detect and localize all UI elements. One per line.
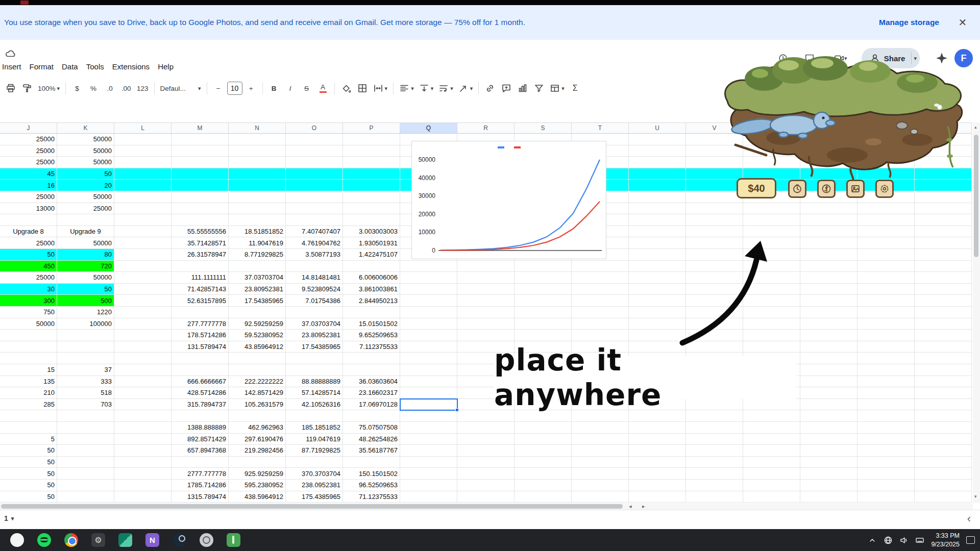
cell-O8[interactable]	[286, 214, 343, 226]
cell-Q29[interactable]	[400, 457, 457, 468]
cell-O26[interactable]: 185.1851852	[286, 422, 343, 434]
cell-Y23[interactable]	[857, 387, 915, 399]
cell-X10[interactable]	[800, 237, 857, 249]
cell-K11[interactable]: 80	[57, 249, 114, 261]
game-timer-button[interactable]	[788, 180, 806, 198]
cell-Z7[interactable]	[915, 203, 972, 215]
vertical-scrollbar[interactable]: ▴ ▾	[973, 122, 980, 503]
cell-U3[interactable]	[629, 157, 686, 168]
cell-L27[interactable]	[114, 434, 172, 445]
cell-Z23[interactable]	[915, 387, 972, 399]
cell-Y4[interactable]	[857, 168, 915, 180]
cell-V30[interactable]	[686, 468, 743, 480]
cell-J9[interactable]: Upgrade 8	[0, 226, 57, 238]
cell-M30[interactable]: 2777.777778	[172, 468, 229, 480]
cell-R17[interactable]	[457, 318, 514, 330]
cell-U27[interactable]	[629, 434, 686, 445]
cell-O29[interactable]	[286, 457, 343, 468]
tray-chevron-up-icon[interactable]	[868, 536, 877, 545]
cell-Q23[interactable]	[400, 387, 457, 399]
cell-J19[interactable]	[0, 341, 57, 353]
tabbar-collapse-chevron-icon[interactable]: ‹	[967, 512, 971, 525]
steam-taskbar-icon[interactable]	[173, 533, 186, 547]
cell-L5[interactable]	[114, 180, 172, 191]
cell-K2[interactable]: 50000	[57, 145, 114, 157]
cell-Y17[interactable]	[857, 318, 915, 330]
cell-Y13[interactable]	[857, 272, 915, 284]
column-header-J[interactable]: J	[0, 122, 57, 134]
cell-U26[interactable]	[629, 422, 686, 434]
cell-V3[interactable]	[686, 157, 743, 168]
cell-N7[interactable]	[229, 203, 286, 215]
cell-Q21[interactable]	[400, 364, 457, 376]
cell-N29[interactable]	[229, 457, 286, 468]
cell-R26[interactable]	[457, 422, 514, 434]
text-color-button[interactable]: A	[315, 80, 331, 97]
cell-Y21[interactable]	[857, 364, 915, 376]
cell-K26[interactable]	[57, 422, 114, 434]
cell-L12[interactable]	[114, 261, 172, 272]
cell-Y24[interactable]	[857, 399, 915, 411]
cell-K12[interactable]: 720	[57, 261, 114, 272]
cell-Z3[interactable]	[915, 157, 972, 168]
cell-M17[interactable]: 277.7777778	[172, 318, 229, 330]
cell-X12[interactable]	[800, 261, 857, 272]
cell-P23[interactable]: 23.16602317	[343, 387, 400, 399]
cell-Y11[interactable]	[857, 249, 915, 261]
cell-J16[interactable]: 750	[0, 307, 57, 318]
cell-Y28[interactable]	[857, 445, 915, 457]
font-select[interactable]: Defaul... ▾	[158, 80, 203, 97]
cell-N11[interactable]: 8.771929825	[229, 249, 286, 261]
cell-N8[interactable]	[229, 214, 286, 226]
cell-O21[interactable]	[286, 364, 343, 376]
cell-M11[interactable]: 26.31578947	[172, 249, 229, 261]
vertical-align-button[interactable]: ▾	[417, 80, 436, 97]
meet-button[interactable]: ▾	[826, 48, 855, 68]
cell-X24[interactable]	[800, 399, 857, 411]
cell-Q15[interactable]	[400, 295, 457, 307]
chrome-taskbar-icon[interactable]	[64, 533, 78, 547]
cell-O7[interactable]	[286, 203, 343, 215]
cell-Z16[interactable]	[915, 307, 972, 318]
cell-Q26[interactable]	[400, 422, 457, 434]
cell-P21[interactable]	[343, 364, 400, 376]
decrease-decimal-button[interactable]: .0	[102, 80, 117, 97]
cell-M32[interactable]: 1315.789474	[172, 491, 229, 503]
menu-help[interactable]: Help	[154, 60, 178, 73]
cell-X26[interactable]	[800, 422, 857, 434]
menu-data[interactable]: Data	[58, 60, 82, 73]
cell-Q25[interactable]	[400, 410, 457, 422]
cell-K20[interactable]	[57, 353, 114, 364]
cell-M13[interactable]: 111.1111111	[172, 272, 229, 284]
cell-Z5[interactable]	[915, 180, 972, 191]
cell-V32[interactable]	[686, 491, 743, 503]
cell-J24[interactable]: 285	[0, 399, 57, 411]
cell-K16[interactable]: 1220	[57, 307, 114, 318]
merge-cells-button[interactable]: ▾	[371, 80, 390, 97]
banner-close-icon[interactable]: ✕	[955, 15, 970, 30]
cell-M29[interactable]	[172, 457, 229, 468]
cell-M18[interactable]: 178.5714286	[172, 330, 229, 341]
share-button[interactable]: Share ▾	[862, 48, 920, 68]
cell-J14[interactable]: 30	[0, 284, 57, 295]
cell-S26[interactable]	[514, 422, 572, 434]
share-dropdown-icon[interactable]: ▾	[914, 55, 917, 62]
cell-M4[interactable]	[172, 168, 229, 180]
cell-J11[interactable]: 50	[0, 249, 57, 261]
cell-P12[interactable]	[343, 261, 400, 272]
cell-Y29[interactable]	[857, 457, 915, 468]
settings-taskbar-icon[interactable]: ⚙	[91, 533, 105, 547]
column-header-K[interactable]: K	[57, 122, 114, 134]
cell-M7[interactable]	[172, 203, 229, 215]
print-button[interactable]	[3, 80, 18, 97]
cell-Z22[interactable]	[915, 376, 972, 388]
cell-W8[interactable]	[743, 214, 800, 226]
cell-R32[interactable]	[457, 491, 514, 503]
cell-O27[interactable]: 119.047619	[286, 434, 343, 445]
game-settings-button[interactable]	[875, 180, 894, 198]
cell-X21[interactable]	[800, 364, 857, 376]
cell-P28[interactable]: 35.56187767	[343, 445, 400, 457]
cell-T18[interactable]	[572, 330, 629, 341]
column-header-L[interactable]: L	[114, 122, 172, 134]
more-formats-button[interactable]: 123	[135, 80, 151, 97]
